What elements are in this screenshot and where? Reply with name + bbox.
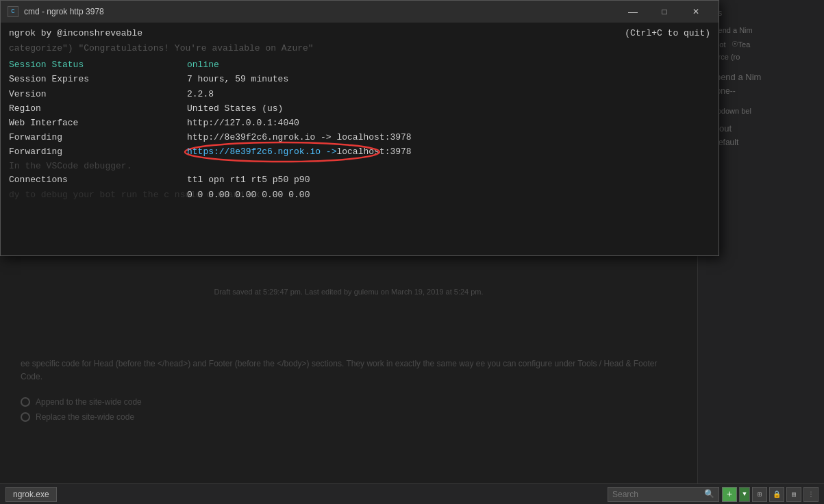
connections-values-row: dy to debug your bot run the c nsole c m… <box>9 188 710 202</box>
taskbar-view-icon2[interactable]: ▤ <box>786 487 801 502</box>
session-expires-row: Session Expires 7 hours, 59 minutes <box>9 73 710 86</box>
maximize-button[interactable]: □ <box>649 1 680 23</box>
session-status-row: Session Status online <box>9 58 710 72</box>
session-status-value: online <box>187 58 219 72</box>
taskbar-lock-icon[interactable]: 🔒 <box>769 487 784 502</box>
forwarding1-row: Forwarding http://8e39f2c6.ngrok.io -> l… <box>9 131 710 144</box>
version-row: Version 2.2.8 <box>9 88 710 101</box>
web-interface-label: Web Interface <box>9 116 187 130</box>
taskbar-search-box: 🔍 <box>608 487 719 502</box>
search-icon: 🔍 <box>704 489 714 499</box>
forwarding1-label: Forwarding <box>9 131 187 144</box>
sidebar-team-label: Tea <box>738 40 751 49</box>
sidebar-source-label: Source (ro <box>705 53 817 61</box>
connections-headers: ttl opn rt1 rt5 p50 p90 <box>187 173 310 187</box>
faded-line1: categorize") "Congratulations! You're av… <box>9 42 710 55</box>
version-label: Version <box>9 88 187 101</box>
connections-label: Connections <box>9 173 187 187</box>
sidebar-append-label: Append a Nim <box>705 26 817 34</box>
sidebar-dropdown: Dropdown bel <box>705 107 817 115</box>
taskbar-dropdown-icon[interactable]: ▼ <box>739 487 750 502</box>
web-interface-value: http://127.0.0.1:4040 <box>187 116 299 130</box>
region-value: United States (us) <box>187 102 283 116</box>
taskbar-view-icon1[interactable]: ⊞ <box>752 487 767 502</box>
editor-line1: Draft saved at 5:29:47 pm. Last edited b… <box>21 288 677 296</box>
session-expires-value: 7 hours, 59 minutes <box>187 73 288 86</box>
ngrok-header: ngrok by @inconshreveable (Ctrl+C to qui… <box>9 27 710 40</box>
taskbar-add-icon[interactable]: + <box>722 487 737 502</box>
forwarding2-rest: localhost:3978 <box>336 145 411 159</box>
window-controls: — □ ✕ <box>617 1 712 23</box>
taskbar-ngrok-item[interactable]: ngrok.exe <box>5 487 57 502</box>
connections-row: Connections ttl opn rt1 rt5 p50 p90 <box>9 173 710 187</box>
editor-head-footer: ee specific code for Head (before the </… <box>21 357 677 383</box>
region-row: Region United States (us) <box>9 102 710 116</box>
forwarding2-https: https://8e39f2c6.ngrok.io -> <box>187 147 336 157</box>
forwarding1-value: http://8e39f2c6.ngrok.io -> localhost:39… <box>187 131 412 144</box>
cmd-icon: C <box>8 6 18 17</box>
sidebar-tags-label: Tags <box>705 8 817 18</box>
ctrl-c-hint: (Ctrl+C to quit) <box>625 27 710 40</box>
minimize-button[interactable]: — <box>617 1 649 23</box>
taskbar: ngrok.exe 🔍 + ▼ ⊞ 🔒 ▤ ⋮ <box>0 483 824 504</box>
session-expires-label: Session Expires <box>9 73 187 86</box>
region-label: Region <box>9 102 187 116</box>
close-button[interactable]: ✕ <box>680 1 712 23</box>
title-bar: C cmd - ngrok http 3978 — □ ✕ <box>1 1 719 23</box>
window-title: cmd - ngrok http 3978 <box>24 7 617 16</box>
terminal-window: C cmd - ngrok http 3978 — □ ✕ ngrok by @… <box>0 0 719 256</box>
forwarding2-label: Forwarding <box>9 145 187 159</box>
sidebar-layout-label: Layout <box>705 123 817 134</box>
web-interface-row: Web Interface http://127.0.0.1:4040 <box>9 116 710 130</box>
taskbar-columns-icon[interactable]: ⋮ <box>803 487 819 502</box>
search-input[interactable] <box>612 490 701 499</box>
editor-replace-radio: Replace the site-wide code <box>36 412 134 422</box>
version-value: 2.2.8 <box>187 88 214 101</box>
taskbar-icons: + ▼ ⊞ 🔒 ▤ ⋮ <box>722 487 819 502</box>
editor-append-radio: Append to the site-wide code <box>36 397 142 407</box>
vscode-line1: In the VSCode debugger. <box>9 160 710 173</box>
connections-values: 0 0 0.00 0.00 0.00 0.00 <box>187 188 310 202</box>
session-status-label: Session Status <box>9 58 187 72</box>
terminal-content: ngrok by @inconshreveable (Ctrl+C to qui… <box>1 23 719 255</box>
forwarding2-row: Forwarding https://8e39f2c6.ngrok.io -> … <box>9 145 710 159</box>
sidebar-append-nim-label: Append a Nim <box>705 72 817 82</box>
sidebar-none-label: --None-- <box>705 86 817 96</box>
